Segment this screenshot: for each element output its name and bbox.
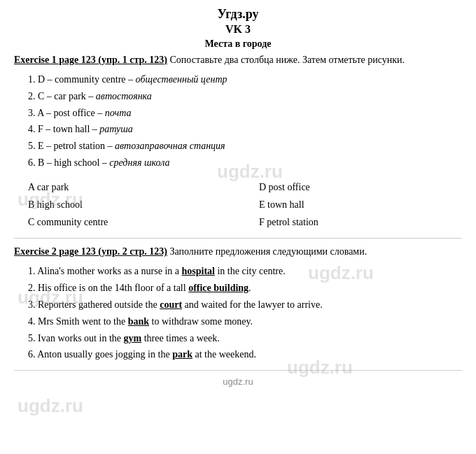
item-num: 5. (28, 333, 36, 343)
item-num: 6. (28, 157, 36, 168)
item-after: in the city centre. (215, 266, 286, 276)
item-after: . (248, 283, 251, 293)
item-before: Ivan works out in the (38, 333, 123, 343)
vocab-item: F petrol station (259, 213, 462, 231)
list-item: 3. A – post office – почта (28, 105, 462, 122)
section-title: Места в городе (14, 38, 462, 50)
item-before: Mrs Smith went to the (38, 316, 128, 327)
exercise-1-header: Exercise 1 page 123 (упр. 1 стр. 123) Со… (14, 52, 462, 67)
item-num: 4. (28, 124, 36, 134)
vocab-item: B high school (28, 196, 231, 213)
item-num: 3. (28, 299, 36, 310)
item-translation: средняя школа (109, 157, 169, 168)
item-keyword: bank (128, 316, 149, 327)
footer-divider (14, 370, 462, 371)
item-num: 4. (28, 316, 36, 327)
item-num: 2. (28, 283, 36, 293)
list-item: 2. C – car park – автостоянка (28, 88, 462, 105)
watermark-left-3: ugdz.ru (18, 395, 83, 417)
vk-title: VK 3 (14, 23, 462, 36)
item-keyword: park (172, 349, 192, 360)
site-header: Угдз.ру (14, 7, 462, 22)
list-item: 5. Ivan works out in the gym three times… (28, 330, 462, 347)
item-answer: C – car park – (38, 91, 93, 101)
item-num: 6. (28, 349, 36, 360)
item-keyword: court (160, 299, 182, 310)
item-translation: ратуша (99, 124, 133, 134)
exercise-2-block: Exercise 2 page 123 (упр. 2 стр. 123) За… (14, 244, 462, 363)
vocab-item: C community centre (28, 213, 231, 231)
item-after: to withdraw some money. (149, 316, 253, 327)
item-num: 2. (28, 91, 36, 101)
item-num: 1. (28, 266, 36, 276)
list-item: 6. B – high school – средняя школа (28, 155, 462, 171)
item-after: three times a week. (141, 333, 220, 343)
item-answer: E – petrol station – (38, 141, 113, 151)
item-answer: A – post office – (37, 108, 102, 118)
exercise-1-block: Exercise 1 page 123 (упр. 1 стр. 123) Со… (14, 52, 462, 231)
two-column-vocab: A car park B high school C community cen… (28, 178, 462, 232)
vocab-item: D post office (259, 178, 462, 196)
item-num: 5. (28, 141, 36, 151)
exercise-2-task: Заполните предложения следующими словами… (170, 246, 368, 257)
list-item: 3. Reporters gathered outside the court … (28, 297, 462, 313)
list-item: 5. E – petrol station – автозаправочная … (28, 138, 462, 155)
vocab-col-left: A car park B high school C community cen… (28, 178, 231, 232)
item-answer: B – high school – (38, 157, 107, 168)
list-item: 4. F – town hall – ратуша (28, 121, 462, 138)
vocab-item: A car park (28, 178, 231, 196)
section-divider (14, 238, 462, 239)
item-num: 1. (28, 74, 36, 85)
item-keyword: gym (123, 333, 141, 343)
item-translation: автостоянка (96, 91, 152, 101)
item-after: at the weekend. (192, 349, 256, 360)
footer-watermark: ugdz.ru (14, 376, 462, 387)
vocab-item: E town hall (259, 196, 462, 213)
item-answer: F – town hall – (38, 124, 97, 134)
exercise-2-label: Exercise 2 page 123 (упр. 2 стр. 123) (14, 246, 167, 257)
exercise-2-header: Exercise 2 page 123 (упр. 2 стр. 123) За… (14, 244, 462, 259)
exercise-1-list: 1. D – community centre – общественный ц… (28, 71, 462, 171)
list-item: 1. Alina's mother works as a nurse in a … (28, 263, 462, 280)
item-after: and waited for the lawyer to arrive. (182, 299, 323, 310)
item-keyword: office building (188, 283, 248, 293)
list-item: 2. His office is on the 14th floor of a … (28, 280, 462, 297)
item-before: His office is on the 14th floor of a tal… (38, 283, 188, 293)
list-item: 4. Mrs Smith went to the bank to withdra… (28, 313, 462, 330)
item-before: Alina's mother works as a nurse in a (37, 266, 181, 276)
item-translation: общественный центр (136, 74, 227, 85)
item-keyword: hospital (182, 266, 215, 276)
list-item: 1. D – community centre – общественный ц… (28, 71, 462, 88)
list-item: 6. Anton usually goes jogging in the par… (28, 346, 462, 363)
item-answer: D – community centre – (38, 74, 133, 85)
item-before: Reporters gathered outside the (38, 299, 160, 310)
exercise-2-list: 1. Alina's mother works as a nurse in a … (28, 263, 462, 363)
item-translation: автозаправочная станция (115, 141, 225, 151)
item-before: Anton usually goes jogging in the (37, 349, 172, 360)
exercise-1-label: Exercise 1 page 123 (упр. 1 стр. 123) (14, 55, 167, 65)
exercise-1-task: Сопоставьте два столбца ниже. Затем отме… (170, 55, 405, 65)
item-num: 3. (28, 108, 36, 118)
item-translation: почта (105, 108, 132, 118)
vocab-col-right: D post office E town hall F petrol stati… (259, 178, 462, 232)
